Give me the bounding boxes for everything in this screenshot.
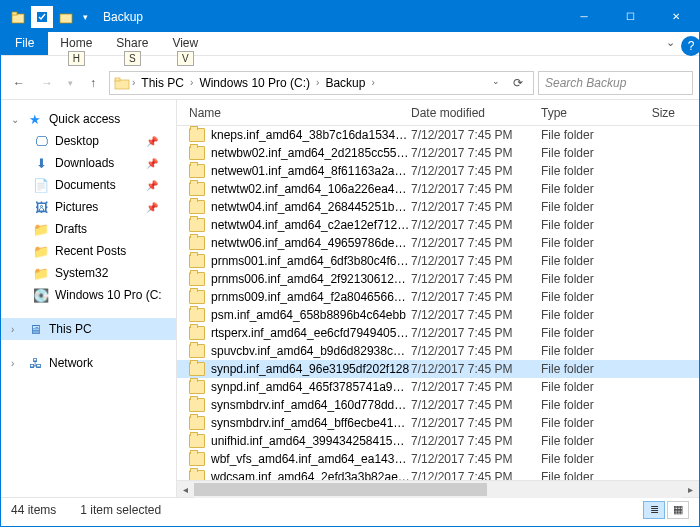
scroll-left-button[interactable]: ◂ — [177, 481, 194, 498]
table-row[interactable]: netwew01.inf_amd64_8f61163a2a2bddf87/12/… — [177, 162, 699, 180]
sidebar-item-windows-10-pro-c-[interactable]: 💽Windows 10 Pro (C: — [1, 284, 176, 306]
nav-item-label: Drafts — [55, 222, 87, 236]
sidebar-item-recent-posts[interactable]: 📁Recent Posts — [1, 240, 176, 262]
folder-icon — [189, 326, 205, 340]
nav-quick-access[interactable]: ⌄ ★ Quick access — [1, 108, 176, 130]
qat-new-folder-button[interactable] — [55, 6, 77, 28]
sidebar-item-drafts[interactable]: 📁Drafts — [1, 218, 176, 240]
thumbnails-view-button[interactable]: ▦ — [667, 501, 689, 519]
table-row[interactable]: netwtw04.inf_amd64_268445251bc417127/12/… — [177, 198, 699, 216]
table-row[interactable]: synsmbdrv.inf_amd64_160d778dd88864f27/12… — [177, 396, 699, 414]
table-row[interactable]: rtsperx.inf_amd64_ee6cfd7949405df67/12/2… — [177, 324, 699, 342]
nav-label: This PC — [49, 322, 92, 336]
file-type: File folder — [541, 452, 645, 466]
breadcrumb-separator[interactable]: › — [371, 77, 374, 88]
file-tab[interactable]: File — [1, 31, 48, 55]
tab-share[interactable]: ShareS — [104, 31, 160, 55]
file-type: File folder — [541, 362, 645, 376]
table-row[interactable]: synsmbdrv.inf_amd64_bff6ecbe414c89c77/12… — [177, 414, 699, 432]
sidebar-item-downloads[interactable]: ⬇Downloads📌 — [1, 152, 176, 174]
table-row[interactable]: wbf_vfs_amd64.inf_amd64_ea1437c8a8969d8d… — [177, 450, 699, 468]
nav-network[interactable]: › 🖧 Network — [1, 352, 176, 374]
details-view-button[interactable]: ≣ — [643, 501, 665, 519]
maximize-button[interactable]: ☐ — [607, 1, 653, 32]
nav-item-icon: 📁 — [33, 265, 49, 281]
table-row[interactable]: prnms001.inf_amd64_6df3b80c4f6b8f8d7/12/… — [177, 252, 699, 270]
file-type: File folder — [541, 326, 645, 340]
svg-rect-0 — [12, 14, 24, 23]
breadcrumb-separator[interactable]: › — [316, 77, 319, 88]
table-row[interactable]: unifhid.inf_amd64_39943425841541517/12/2… — [177, 432, 699, 450]
file-name: rtsperx.inf_amd64_ee6cfd7949405df6 — [211, 326, 411, 340]
file-name: wbf_vfs_amd64.inf_amd64_ea1437c8a8969d8d — [211, 452, 411, 466]
search-input[interactable]: Search Backup — [538, 71, 693, 95]
col-date[interactable]: Date modified — [411, 106, 541, 120]
col-name[interactable]: Name — [189, 106, 411, 120]
file-name: netwtw02.inf_amd64_106a226ea478d3b2 — [211, 182, 411, 196]
table-row[interactable]: netwtw02.inf_amd64_106a226ea478d3b27/12/… — [177, 180, 699, 198]
qat-customize-button[interactable]: ▾ — [79, 6, 91, 28]
qat-properties-button[interactable] — [31, 6, 53, 28]
table-row[interactable]: prnms009.inf_amd64_f2a8046566715507/12/2… — [177, 288, 699, 306]
sidebar-item-pictures[interactable]: 🖼Pictures📌 — [1, 196, 176, 218]
file-name: netwtw04.inf_amd64_268445251bc41712 — [211, 200, 411, 214]
up-button[interactable]: ↑ — [81, 71, 105, 95]
table-row[interactable]: synpd.inf_amd64_465f3785741a98e37/12/201… — [177, 378, 699, 396]
scroll-thumb[interactable] — [194, 483, 487, 496]
table-row[interactable]: netwtw04.inf_amd64_c2ae12ef712a6a9d7/12/… — [177, 216, 699, 234]
breadcrumb-seg[interactable]: Windows 10 Pro (C:) — [195, 76, 314, 90]
table-row[interactable]: synpd.inf_amd64_96e3195df202f1287/12/201… — [177, 360, 699, 378]
status-bar: 44 items 1 item selected ≣ ▦ — [1, 497, 699, 521]
file-list[interactable]: kneps.inf_amd64_38b7c16da15340217/12/201… — [177, 126, 699, 480]
close-button[interactable]: ✕ — [653, 1, 699, 32]
file-name: synpd.inf_amd64_465f3785741a98e3 — [211, 380, 411, 394]
table-row[interactable]: netwbw02.inf_amd64_2d2185cc553be11f7/12/… — [177, 144, 699, 162]
forward-button[interactable]: → — [35, 71, 59, 95]
col-type[interactable]: Type — [541, 106, 645, 120]
nav-this-pc[interactable]: › 🖥 This PC — [1, 318, 176, 340]
pin-icon: 📌 — [146, 202, 158, 213]
refresh-button[interactable]: ⟳ — [507, 76, 529, 90]
breadcrumb-separator[interactable]: › — [190, 77, 193, 88]
help-button[interactable]: ? — [681, 36, 700, 56]
file-date: 7/12/2017 7:45 PM — [411, 398, 541, 412]
sidebar-item-system32[interactable]: 📁System32 — [1, 262, 176, 284]
file-date: 7/12/2017 7:45 PM — [411, 326, 541, 340]
titlebar: ▾ Backup ─ ☐ ✕ — [1, 1, 699, 32]
table-row[interactable]: psm.inf_amd64_658b8896b4c64ebb7/12/2017 … — [177, 306, 699, 324]
file-name: psm.inf_amd64_658b8896b4c64ebb — [211, 308, 411, 322]
minimize-button[interactable]: ─ — [561, 1, 607, 32]
table-row[interactable]: netwtw06.inf_amd64_49659786de35b7747/12/… — [177, 234, 699, 252]
folder-icon — [189, 362, 205, 376]
file-date: 7/12/2017 7:45 PM — [411, 272, 541, 286]
address-dropdown-button[interactable]: ⌄ — [485, 76, 507, 90]
breadcrumb-seg[interactable]: This PC — [137, 76, 188, 90]
app-icon[interactable] — [7, 6, 29, 28]
nav-item-label: Recent Posts — [55, 244, 126, 258]
table-row[interactable]: prnms006.inf_amd64_2f921306120327127/12/… — [177, 270, 699, 288]
address-bar[interactable]: › This PC › Windows 10 Pro (C:) › Backup… — [109, 71, 534, 95]
address-row: ← → ▾ ↑ › This PC › Windows 10 Pro (C:) … — [1, 66, 699, 100]
svg-rect-3 — [60, 14, 72, 23]
table-row[interactable]: spuvcbv.inf_amd64_b9d6d82938c188b67/12/2… — [177, 342, 699, 360]
scroll-track[interactable] — [194, 481, 682, 498]
tab-view[interactable]: ViewV — [160, 31, 210, 55]
pin-icon: 📌 — [146, 180, 158, 191]
sidebar-item-desktop[interactable]: 🖵Desktop📌 — [1, 130, 176, 152]
file-date: 7/12/2017 7:45 PM — [411, 290, 541, 304]
col-size[interactable]: Size — [645, 106, 699, 120]
sidebar-item-documents[interactable]: 📄Documents📌 — [1, 174, 176, 196]
scroll-right-button[interactable]: ▸ — [682, 481, 699, 498]
table-row[interactable]: kneps.inf_amd64_38b7c16da15340217/12/201… — [177, 126, 699, 144]
folder-icon — [189, 434, 205, 448]
tab-home[interactable]: HomeH — [48, 31, 104, 55]
ribbon-expand-icon[interactable]: ⌄ — [666, 36, 675, 49]
breadcrumb-seg[interactable]: Backup — [321, 76, 369, 90]
table-row[interactable]: wdcsam.inf_amd64_2efd3a3b82aeb6647/12/20… — [177, 468, 699, 480]
back-button[interactable]: ← — [7, 71, 31, 95]
folder-icon — [189, 128, 205, 142]
recent-locations-button[interactable]: ▾ — [63, 71, 77, 95]
file-type: File folder — [541, 146, 645, 160]
horizontal-scrollbar[interactable]: ◂ ▸ — [177, 480, 699, 497]
breadcrumb-separator[interactable]: › — [132, 77, 135, 88]
